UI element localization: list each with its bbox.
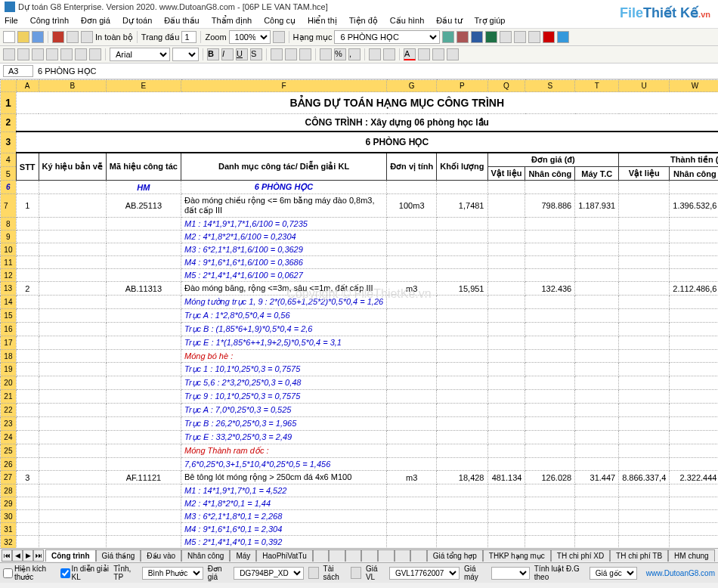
sheet-tab-2[interactable]: Đầu vào bbox=[141, 549, 181, 562]
merge-icon[interactable] bbox=[432, 48, 444, 60]
save-icon[interactable] bbox=[32, 31, 44, 43]
menu-công trình[interactable]: Công trình bbox=[29, 15, 70, 26]
fontcolor-icon[interactable]: A bbox=[404, 48, 416, 60]
fmt-icon-5[interactable] bbox=[60, 48, 73, 60]
sheet-subtitle: CÔNG TRÌNH : Xây dựng 06 phòng học lầu bbox=[16, 114, 718, 132]
fmt-icon-1[interactable] bbox=[3, 48, 15, 60]
open-icon[interactable] bbox=[17, 31, 29, 43]
print-all-label[interactable]: In toàn bộ bbox=[95, 32, 133, 42]
preview-icon[interactable] bbox=[81, 31, 93, 43]
new-icon[interactable] bbox=[3, 31, 15, 43]
sheet-tab-0[interactable]: Công trình bbox=[45, 549, 96, 562]
sheet-tab-12[interactable] bbox=[410, 549, 427, 562]
status-icon-1[interactable] bbox=[308, 567, 318, 579]
tab-next-icon[interactable]: ▶ bbox=[23, 549, 33, 562]
column-headers: ABEFGPQSTUWXYZAA bbox=[1, 80, 719, 92]
dec-dec-icon[interactable] bbox=[383, 48, 395, 60]
flag-icon[interactable] bbox=[447, 48, 459, 60]
align-left-icon[interactable] bbox=[271, 48, 283, 60]
sheet-tab-1[interactable]: Giá thầng bbox=[96, 549, 141, 562]
cell-content[interactable]: 6 PHÒNG HỌC bbox=[38, 67, 96, 76]
tab-first-icon[interactable]: ⏮ bbox=[2, 549, 12, 562]
tool-icon-2[interactable] bbox=[456, 31, 469, 43]
sheet-tab-8[interactable] bbox=[345, 549, 362, 562]
menu-công cụ[interactable]: Công cụ bbox=[262, 15, 297, 26]
fmt-icon-7[interactable] bbox=[89, 48, 101, 60]
dec-inc-icon[interactable] bbox=[369, 48, 381, 60]
fillcolor-icon[interactable] bbox=[418, 48, 430, 60]
giavl-select[interactable]: GVL17762007 bbox=[389, 567, 460, 580]
zoom-icon[interactable] bbox=[273, 31, 285, 43]
youtube-icon[interactable] bbox=[543, 31, 555, 43]
section-title: 6 PHÒNG HỌC bbox=[16, 132, 718, 153]
menu-đơn giá[interactable]: Đơn giá bbox=[79, 15, 112, 26]
fmt-icon-4[interactable] bbox=[46, 48, 58, 60]
sheet-tab-16[interactable]: TH chi phí TB bbox=[610, 549, 668, 562]
sheet-tab-11[interactable] bbox=[395, 549, 411, 562]
toolbar-1: In toàn bộ Trang đầu Zoom 100% Hạng mục … bbox=[0, 29, 718, 46]
sheet-tab-7[interactable] bbox=[329, 549, 345, 562]
dongia-select[interactable]: DG794BP_XD bbox=[234, 567, 304, 580]
menu-tiện độ[interactable]: Tiện độ bbox=[348, 15, 379, 26]
tool-icon-3[interactable] bbox=[500, 31, 512, 43]
word-icon[interactable] bbox=[471, 31, 483, 43]
province-select[interactable]: Bình Phước bbox=[142, 567, 203, 580]
category-label: Hạng mục bbox=[293, 32, 333, 42]
menu-cấu hình[interactable]: Cấu hình bbox=[388, 15, 426, 26]
chk-print-kl[interactable]: In diễn giải KL bbox=[60, 565, 110, 581]
giamay-select[interactable] bbox=[491, 567, 529, 580]
tool-icon-4[interactable] bbox=[514, 31, 526, 43]
menu-dự toán[interactable]: Dự toán bbox=[121, 15, 153, 26]
menu-thẩm định[interactable]: Thẩm định bbox=[210, 15, 253, 26]
italic-icon[interactable]: I bbox=[221, 48, 234, 60]
font-select[interactable]: Arial bbox=[110, 48, 170, 61]
fmt-icon-3[interactable] bbox=[32, 48, 44, 60]
logo: FileThiết Kế.vn bbox=[620, 5, 710, 21]
menu-đầu tư[interactable]: Đầu tư bbox=[435, 15, 463, 26]
currency-icon[interactable] bbox=[320, 48, 332, 60]
menu-hiển thị[interactable]: Hiển thị bbox=[306, 15, 339, 26]
tool-icon-1[interactable] bbox=[442, 31, 454, 43]
underline-icon[interactable]: U bbox=[236, 48, 248, 60]
fmt-icon-2[interactable] bbox=[17, 48, 29, 60]
page-input[interactable] bbox=[181, 31, 197, 43]
menu-file[interactable]: File bbox=[3, 15, 20, 26]
sheet-tab-9[interactable] bbox=[361, 549, 378, 562]
chk-show-dim[interactable]: Hiện kích thước bbox=[3, 565, 56, 581]
sheet-tab-5[interactable]: HaoPhiVatTu bbox=[256, 549, 312, 562]
status-icon-2[interactable] bbox=[351, 567, 361, 579]
spreadsheet-grid[interactable]: ABEFGPQSTUWXYZAA 1BẢNG DỰ TOÁN HẠNG MỤC … bbox=[0, 79, 718, 548]
fmt-icon-6[interactable] bbox=[75, 48, 87, 60]
cell-address[interactable]: A3 bbox=[3, 65, 33, 77]
website-link[interactable]: www.DutoanG8.com bbox=[646, 569, 715, 577]
sheet-tab-4[interactable]: Máy bbox=[230, 549, 256, 562]
strike-icon[interactable]: S bbox=[250, 48, 262, 60]
zoom-select[interactable]: 100% bbox=[229, 30, 271, 44]
pdf-icon[interactable] bbox=[52, 31, 64, 43]
category-select[interactable]: 6 PHÒNG HỌC bbox=[334, 30, 440, 44]
bold-icon[interactable]: B bbox=[207, 48, 219, 60]
print-icon[interactable] bbox=[67, 31, 79, 43]
tab-prev-icon[interactable]: ◀ bbox=[12, 549, 23, 562]
sheet-tab-6[interactable] bbox=[313, 549, 330, 562]
sheet-tab-17[interactable]: HM chung bbox=[668, 549, 715, 562]
sheet-tab-3[interactable]: Nhân công bbox=[181, 549, 230, 562]
menu-bar: FileCông trìnhĐơn giáDự toánĐấu thầuThẩm… bbox=[0, 14, 718, 29]
menu-trợ giúp[interactable]: Trợ giúp bbox=[473, 15, 507, 26]
fontsize-select[interactable] bbox=[172, 48, 199, 61]
align-right-icon[interactable] bbox=[299, 48, 311, 60]
percent-icon[interactable]: % bbox=[334, 48, 346, 60]
tool-icon-5[interactable] bbox=[528, 31, 540, 43]
tinhluat-select[interactable]: Giá gốc bbox=[590, 567, 637, 580]
comma-icon[interactable]: , bbox=[348, 48, 361, 60]
sheet-tab-14[interactable]: THKP hạng mục bbox=[483, 549, 551, 562]
help-icon[interactable] bbox=[557, 31, 569, 43]
sheet-tab-13[interactable]: Giá tổng hợp bbox=[427, 549, 483, 562]
sheet-tab-15[interactable]: TH chi phí XD bbox=[551, 549, 610, 562]
excel-icon[interactable] bbox=[485, 31, 497, 43]
align-center-icon[interactable] bbox=[285, 48, 297, 60]
first-page-label[interactable]: Trang đầu bbox=[141, 32, 180, 42]
tab-last-icon[interactable]: ⏭ bbox=[33, 549, 44, 562]
menu-đấu thầu[interactable]: Đấu thầu bbox=[162, 15, 200, 26]
sheet-tab-10[interactable] bbox=[378, 549, 395, 562]
